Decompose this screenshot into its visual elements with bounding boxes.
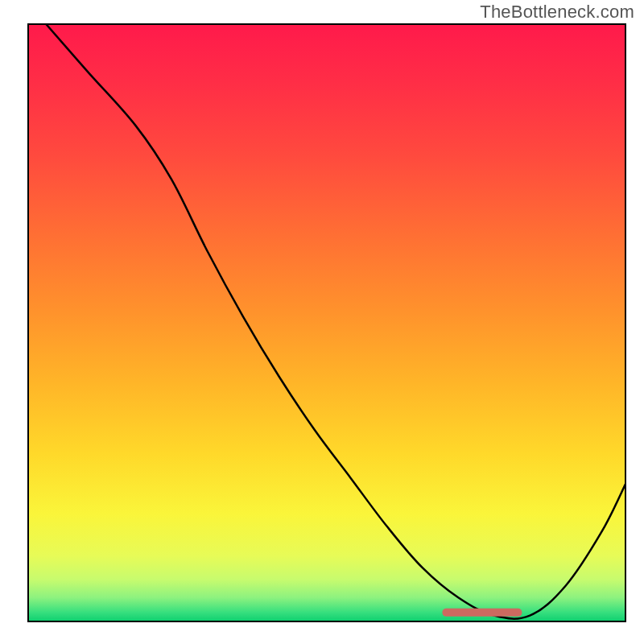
gradient-background — [28, 24, 625, 621]
bottleneck-curve-plot — [0, 0, 644, 644]
watermark-text: TheBottleneck.com — [480, 2, 634, 23]
chart-container: TheBottleneck.com — [0, 0, 644, 644]
